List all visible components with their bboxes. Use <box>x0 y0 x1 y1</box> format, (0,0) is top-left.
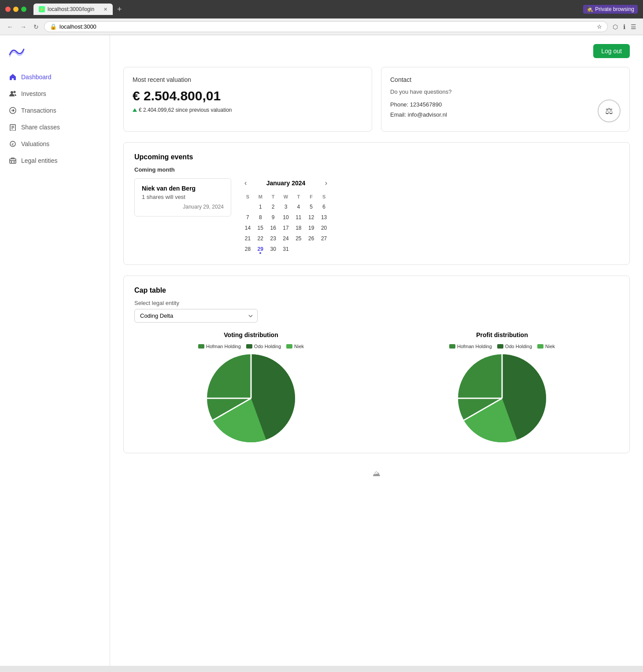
voting-legend-dot-3 <box>286 344 292 349</box>
calendar-day[interactable]: 5 <box>305 202 317 212</box>
logout-button[interactable]: Log out <box>593 44 630 58</box>
calendar-prev-button[interactable]: ‹ <box>242 178 249 188</box>
calendar-day[interactable]: 8 <box>255 213 266 222</box>
bookmark-icon[interactable]: ☆ <box>597 23 602 30</box>
calendar-day[interactable]: 22 <box>255 234 266 243</box>
upcoming-events-title: Upcoming events <box>134 153 619 161</box>
svg-rect-9 <box>10 159 16 163</box>
app-footer: ⛰ <box>123 464 630 484</box>
extensions-button[interactable]: ⬡ <box>611 22 619 32</box>
menu-button[interactable]: ☰ <box>629 22 638 32</box>
calendar-day[interactable]: 19 <box>305 223 317 233</box>
calendar-day[interactable]: 3 <box>280 202 292 212</box>
maximize-window-button[interactable] <box>21 7 26 12</box>
events-layout: Niek van den Berg 1 shares will vest Jan… <box>134 178 619 254</box>
calendar-day[interactable] <box>242 202 254 212</box>
calendar-day[interactable]: 28 <box>242 244 254 254</box>
sidebar: Dashboard Investors Transactions Share c… <box>0 35 110 666</box>
valuation-change: € 2.404.099,62 since previous valuation <box>133 107 363 113</box>
calendar-day[interactable] <box>292 244 304 254</box>
calendar-day[interactable]: 7 <box>242 213 254 222</box>
profit-legend-label-2: Odo Holding <box>505 344 532 349</box>
event-name: Niek van den Berg <box>142 185 224 192</box>
calendar-day[interactable]: 1 <box>255 202 266 212</box>
minimize-window-button[interactable] <box>13 7 18 12</box>
voting-legend-item-1: Hofman Holding <box>198 344 241 349</box>
calendar-day[interactable]: 15 <box>255 223 266 233</box>
calendar-day[interactable]: 30 <box>267 244 279 254</box>
sidebar-item-legal-entities[interactable]: Legal entities <box>0 152 110 169</box>
contact-email: Email: info@advisor.nl <box>390 110 447 120</box>
calendar-day[interactable] <box>318 244 330 254</box>
toolbar-icons: ⬡ ℹ ☰ <box>611 22 638 32</box>
phone-value: 1234567890 <box>410 101 442 108</box>
sidebar-item-valuations[interactable]: € Valuations <box>0 136 110 152</box>
close-window-button[interactable] <box>5 7 11 12</box>
sidebar-item-dashboard[interactable]: Dashboard <box>0 69 110 85</box>
event-card: Niek van den Berg 1 shares will vest Jan… <box>134 178 231 217</box>
calendar-day[interactable]: 26 <box>305 234 317 243</box>
calendar-day[interactable]: 16 <box>267 223 279 233</box>
investors-icon <box>9 90 17 98</box>
address-text: localhost:3000 <box>59 23 96 30</box>
reload-button[interactable]: ↻ <box>32 22 41 31</box>
voting-legend-dot-2 <box>246 344 252 349</box>
calendar: ‹ January 2024 › SMTWTFS1234567891011121… <box>242 178 330 254</box>
calendar-day[interactable]: 23 <box>267 234 279 243</box>
address-bar[interactable]: 🔒 localhost:3000 ☆ <box>44 21 608 32</box>
sidebar-item-transactions[interactable]: Transactions <box>0 102 110 119</box>
calendar-day[interactable]: 12 <box>305 213 317 222</box>
profit-legend-dot-3 <box>537 344 543 349</box>
calendar-day[interactable]: 11 <box>292 213 304 222</box>
sidebar-item-investors[interactable]: Investors <box>0 85 110 102</box>
calendar-day[interactable]: 25 <box>292 234 304 243</box>
tab-close-button[interactable]: ✕ <box>103 7 107 12</box>
profit-legend-item-3: Niek <box>537 344 555 349</box>
back-button[interactable]: ← <box>5 22 15 31</box>
profit-legend-dot-1 <box>449 344 455 349</box>
calendar-day[interactable]: 18 <box>292 223 304 233</box>
valuations-icon: € <box>9 140 17 148</box>
calendar-next-button[interactable]: › <box>322 178 330 188</box>
new-tab-button[interactable]: + <box>115 4 125 15</box>
browser-chrome: ⚡ localhost:3000/login ✕ + 🕵 Private bro… <box>0 0 643 35</box>
calendar-day[interactable]: 20 <box>318 223 330 233</box>
calendar-day[interactable]: 10 <box>280 213 292 222</box>
calendar-day-header: M <box>255 192 266 201</box>
browser-titlebar: ⚡ localhost:3000/login ✕ + 🕵 Private bro… <box>0 0 643 18</box>
calendar-day[interactable]: 27 <box>318 234 330 243</box>
calendar-day[interactable]: 21 <box>242 234 254 243</box>
calendar-day[interactable]: 29 <box>255 244 266 254</box>
sidebar-nav: Dashboard Investors Transactions Share c… <box>0 69 110 169</box>
calendar-day[interactable]: 2 <box>267 202 279 212</box>
tab-label: localhost:3000/login <box>48 6 94 12</box>
calendar-day[interactable]: 9 <box>267 213 279 222</box>
voting-legend-dot-1 <box>198 344 204 349</box>
sidebar-label-share-classes: Share classes <box>21 124 60 131</box>
forward-button[interactable]: → <box>18 22 28 31</box>
calendar-day[interactable]: 31 <box>280 244 292 254</box>
footer-logo: ⛰ <box>373 469 381 478</box>
account-button[interactable]: ℹ <box>622 22 627 32</box>
calendar-day[interactable] <box>305 244 317 254</box>
cap-table-card: Cap table Select legal entity Coding Del… <box>123 275 630 453</box>
calendar-day[interactable]: 14 <box>242 223 254 233</box>
calendar-day-header: S <box>242 192 254 201</box>
browser-tab[interactable]: ⚡ localhost:3000/login ✕ <box>33 4 113 15</box>
contact-card-title: Contact <box>390 76 621 83</box>
calendar-day[interactable]: 13 <box>318 213 330 222</box>
legal-entities-icon <box>9 157 17 165</box>
calendar-day[interactable]: 6 <box>318 202 330 212</box>
sidebar-item-share-classes[interactable]: Share classes <box>0 119 110 136</box>
calendar-day-header: W <box>280 192 292 201</box>
entity-select[interactable]: Coding Delta <box>134 309 258 323</box>
calendar-grid: SMTWTFS123456789101112131415161718192021… <box>242 192 330 254</box>
profit-pie-chart <box>458 354 546 442</box>
calendar-day[interactable]: 17 <box>280 223 292 233</box>
share-classes-icon <box>9 123 17 131</box>
top-cards: Most recent valuation € 2.504.800,01 € 2… <box>123 67 630 132</box>
calendar-day[interactable]: 4 <box>292 202 304 212</box>
calendar-day[interactable]: 24 <box>280 234 292 243</box>
sidebar-label-dashboard: Dashboard <box>21 73 52 81</box>
voting-chart-legend: Hofman Holding Odo Holding Niek <box>198 344 304 349</box>
